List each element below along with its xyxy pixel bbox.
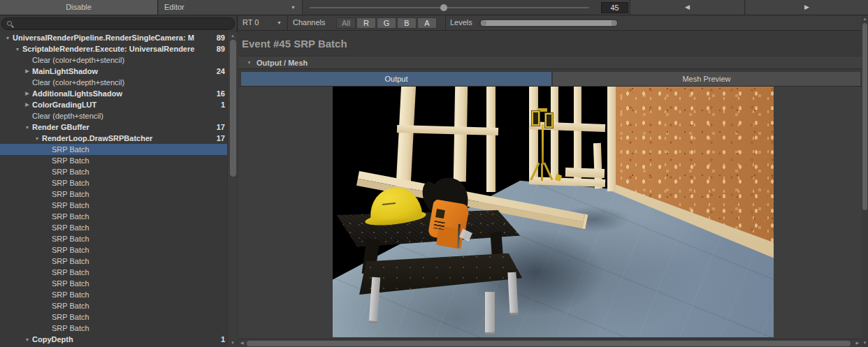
tree-row-label: SRP Batch: [52, 201, 225, 209]
search-box[interactable]: [1, 17, 235, 30]
scroll-down-icon[interactable]: ▼: [862, 339, 868, 346]
channel-button-r[interactable]: R: [356, 17, 376, 29]
event-details-panel: RT 0 ▼ Channels AllRGBA Levels Event #45…: [238, 15, 862, 347]
event-number-field[interactable]: [601, 2, 628, 13]
tree-row[interactable]: SRP Batch: [0, 256, 228, 267]
foldout-arrow-icon[interactable]: ▼: [13, 47, 22, 52]
tree-row-label: RenderLoop.DrawSRPBatcher: [42, 134, 217, 142]
previous-event-button[interactable]: ◀: [630, 0, 745, 15]
tree-row[interactable]: ▼RenderLoop.DrawSRPBatcher17: [0, 133, 228, 144]
scroll-up-icon[interactable]: ▲: [228, 32, 238, 39]
tab-output[interactable]: Output: [241, 72, 551, 86]
tree-row-label: SRP Batch: [52, 246, 225, 254]
tree-row-label: Clear (color+depth+stencil): [32, 56, 225, 64]
render-target-dropdown[interactable]: RT 0 ▼: [238, 15, 287, 30]
tree-row-label: SRP Batch: [52, 235, 225, 243]
tree-row[interactable]: ▶AdditionalLightsShadow16: [0, 88, 228, 99]
channel-button-b[interactable]: B: [397, 17, 417, 29]
foldout-arrow-icon[interactable]: ▶: [22, 91, 32, 96]
tree-row[interactable]: Clear (color+depth+stencil): [0, 54, 228, 66]
tree-row[interactable]: SRP Batch: [0, 311, 228, 323]
tree-row-label: ColorGradingLUT: [32, 101, 221, 109]
tree-row[interactable]: SRP Batch: [0, 155, 228, 166]
channel-button-a[interactable]: A: [417, 17, 437, 29]
tripod-leg: [544, 163, 554, 181]
foldout-arrow-icon[interactable]: ▶: [22, 68, 32, 74]
foldout-label: Output / Mesh: [256, 57, 308, 69]
work-light-tripod: [530, 108, 555, 181]
levels-min-handle[interactable]: [481, 20, 486, 26]
tree-row-label: SRP Batch: [52, 290, 225, 299]
tree-row[interactable]: ▶ColorGradingLUT1: [0, 99, 228, 110]
tree-row-label: MainLightShadow: [32, 67, 217, 75]
tree-row[interactable]: ▼Render GBuffer17: [0, 121, 228, 133]
foldout-arrow-icon[interactable]: ▼: [3, 36, 13, 40]
foldout-arrow-icon[interactable]: ▼: [22, 337, 32, 342]
tree-row[interactable]: SRP Batch: [0, 177, 228, 189]
tree-row[interactable]: Clear (depth+stencil): [0, 110, 228, 121]
tree-row-count: 17: [217, 134, 228, 142]
scroll-right-icon[interactable]: ▶: [855, 339, 859, 347]
foldout-arrow-icon[interactable]: ▼: [32, 136, 42, 141]
disable-button[interactable]: Disable: [0, 0, 158, 15]
corner-stud: [607, 87, 616, 191]
scrollbar-thumb[interactable]: [247, 341, 851, 346]
levels-max-handle[interactable]: [612, 20, 617, 26]
tree-row-count: 16: [217, 89, 228, 98]
channel-button-all[interactable]: All: [336, 17, 356, 29]
output-mesh-foldout[interactable]: ▼ Output / Mesh: [238, 56, 862, 69]
tree-row[interactable]: ▶MainLightShadow24: [0, 66, 228, 77]
tree-scrollbar[interactable]: ▲ ▼: [227, 32, 238, 347]
channel-button-g[interactable]: G: [377, 17, 396, 29]
tree-row[interactable]: SRP Batch: [0, 300, 228, 311]
tree-row[interactable]: SRP Batch: [0, 323, 228, 334]
tree-row[interactable]: SRP Batch: [0, 278, 228, 289]
tree-row[interactable]: SRP Batch: [0, 144, 228, 155]
preview-area: [238, 87, 862, 339]
event-slider[interactable]: [310, 7, 589, 8]
scrollbar-thumb[interactable]: [862, 23, 867, 210]
event-tree-panel: ▼UniversalRenderPipeline.RenderSingleCam…: [0, 15, 238, 347]
levels-minmax-slider[interactable]: [479, 19, 618, 27]
tree-row-label: Clear (depth+stencil): [32, 112, 225, 120]
tree-row[interactable]: SRP Batch: [0, 166, 228, 177]
toolbar-separator: [287, 15, 288, 30]
tree-row[interactable]: Clear (color+depth+stencil): [0, 77, 228, 88]
tree-row[interactable]: SRP Batch: [0, 233, 228, 244]
scrollbar-thumb[interactable]: [230, 40, 236, 177]
hard-hat: [365, 188, 426, 227]
scroll-up-icon[interactable]: ▲: [862, 15, 868, 22]
search-input[interactable]: [16, 19, 226, 29]
tab-mesh-preview[interactable]: Mesh Preview: [553, 72, 860, 86]
scroll-left-icon[interactable]: ◀: [240, 339, 244, 347]
tree-row[interactable]: SRP Batch: [0, 289, 228, 300]
target-dropdown-value: Editor: [164, 3, 185, 11]
tree-row-label: ScriptableRenderer.Execute: UniversalRen…: [22, 45, 217, 53]
event-slider-handle[interactable]: [440, 4, 447, 11]
foldout-arrow-icon[interactable]: ▼: [22, 125, 32, 130]
details-vertical-scrollbar[interactable]: ▲ ▼: [862, 15, 868, 347]
tree-row[interactable]: SRP Batch: [0, 222, 228, 233]
scroll-down-icon[interactable]: ▼: [228, 339, 238, 346]
tree-row[interactable]: SRP Batch: [0, 189, 228, 200]
target-dropdown[interactable]: Editor ▼: [159, 0, 303, 15]
preview-horizontal-scrollbar[interactable]: ◀ ▶: [238, 339, 862, 347]
tree-row[interactable]: ▼CopyDepth1: [0, 334, 228, 345]
render-target-toolbar: RT 0 ▼ Channels AllRGBA Levels: [238, 15, 862, 31]
next-event-button[interactable]: ▶: [746, 0, 868, 15]
levels-slider-fill: [481, 20, 612, 26]
tree-row-label: SRP Batch: [52, 302, 225, 310]
tree-row-count: 89: [217, 34, 228, 42]
tripod-leg: [541, 163, 543, 181]
tree-row[interactable]: SRP Batch: [0, 267, 228, 278]
tree-row[interactable]: SRP Batch: [0, 244, 228, 256]
tree-row-label: SRP Batch: [52, 313, 225, 321]
foldout-arrow-icon[interactable]: ▶: [22, 102, 32, 108]
tree-row[interactable]: ▼UniversalRenderPipeline.RenderSingleCam…: [0, 32, 228, 43]
foldout-open-icon[interactable]: ▼: [247, 57, 252, 69]
tree-row[interactable]: SRP Batch: [0, 211, 228, 222]
tree-row-label: SRP Batch: [52, 145, 225, 154]
tree-row[interactable]: ▼ScriptableRenderer.Execute: UniversalRe…: [0, 43, 228, 54]
tree-row[interactable]: SRP Batch: [0, 200, 228, 211]
tree-row-count: 89: [217, 45, 228, 53]
